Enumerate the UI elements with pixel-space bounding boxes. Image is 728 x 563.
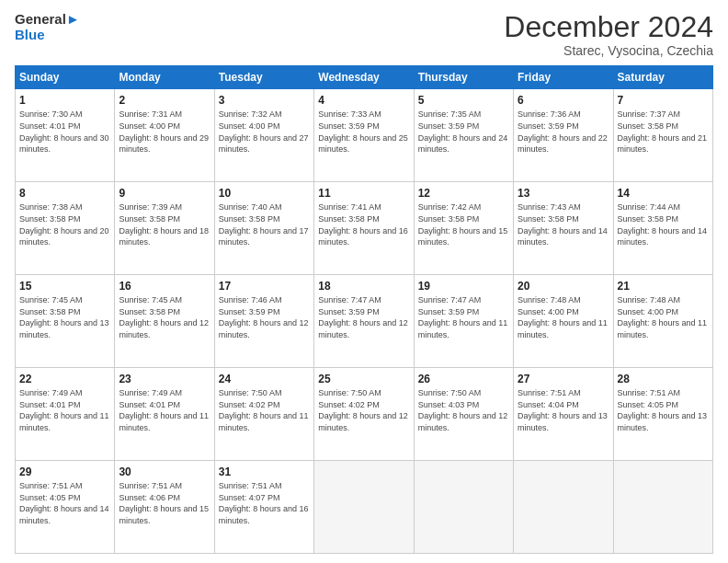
col-saturday: Saturday bbox=[613, 66, 712, 89]
day-number: 30 bbox=[119, 465, 210, 479]
day-info: Sunrise: 7:36 AMSunset: 3:59 PMDaylight:… bbox=[518, 109, 609, 155]
day-info: Sunrise: 7:48 AMSunset: 4:00 PMDaylight:… bbox=[518, 294, 609, 340]
day-number: 25 bbox=[318, 372, 409, 386]
day-info: Sunrise: 7:30 AMSunset: 4:01 PMDaylight:… bbox=[19, 109, 110, 155]
day-number: 17 bbox=[219, 279, 310, 293]
table-row: 27 Sunrise: 7:51 AMSunset: 4:04 PMDaylig… bbox=[514, 368, 613, 461]
table-row: 10 Sunrise: 7:40 AMSunset: 3:58 PMDaylig… bbox=[214, 182, 313, 275]
table-row: 7 Sunrise: 7:37 AMSunset: 3:58 PMDayligh… bbox=[613, 89, 712, 182]
table-row: 12 Sunrise: 7:42 AMSunset: 3:58 PMDaylig… bbox=[414, 182, 513, 275]
day-info: Sunrise: 7:38 AMSunset: 3:58 PMDaylight:… bbox=[19, 201, 110, 247]
calendar-table: Sunday Monday Tuesday Wednesday Thursday… bbox=[15, 65, 713, 554]
day-info: Sunrise: 7:45 AMSunset: 3:58 PMDaylight:… bbox=[19, 294, 110, 340]
day-info: Sunrise: 7:46 AMSunset: 3:59 PMDaylight:… bbox=[219, 294, 310, 340]
table-row: 9 Sunrise: 7:39 AMSunset: 3:58 PMDayligh… bbox=[115, 182, 214, 275]
day-number: 1 bbox=[19, 93, 110, 108]
table-row bbox=[414, 461, 513, 554]
table-row: 8 Sunrise: 7:38 AMSunset: 3:58 PMDayligh… bbox=[16, 182, 115, 275]
table-row: 22 Sunrise: 7:49 AMSunset: 4:01 PMDaylig… bbox=[16, 368, 115, 461]
table-row: 26 Sunrise: 7:50 AMSunset: 4:03 PMDaylig… bbox=[414, 368, 513, 461]
col-wednesday: Wednesday bbox=[314, 66, 414, 89]
day-number: 8 bbox=[19, 186, 110, 201]
day-number: 4 bbox=[318, 93, 409, 108]
day-info: Sunrise: 7:49 AMSunset: 4:01 PMDaylight:… bbox=[19, 387, 110, 433]
calendar-week-row: 15 Sunrise: 7:45 AMSunset: 3:58 PMDaylig… bbox=[16, 275, 713, 368]
table-row bbox=[613, 461, 712, 554]
day-number: 27 bbox=[518, 372, 609, 386]
day-info: Sunrise: 7:51 AMSunset: 4:07 PMDaylight:… bbox=[219, 480, 310, 526]
table-row: 24 Sunrise: 7:50 AMSunset: 4:02 PMDaylig… bbox=[214, 368, 313, 461]
day-info: Sunrise: 7:50 AMSunset: 4:02 PMDaylight:… bbox=[219, 387, 310, 433]
table-row: 20 Sunrise: 7:48 AMSunset: 4:00 PMDaylig… bbox=[514, 275, 613, 368]
calendar-header-row: Sunday Monday Tuesday Wednesday Thursday… bbox=[16, 66, 713, 89]
day-info: Sunrise: 7:37 AMSunset: 3:58 PMDaylight:… bbox=[618, 109, 709, 155]
table-row: 31 Sunrise: 7:51 AMSunset: 4:07 PMDaylig… bbox=[214, 461, 313, 554]
day-number: 14 bbox=[618, 186, 709, 201]
day-number: 20 bbox=[518, 279, 609, 293]
day-number: 9 bbox=[119, 186, 210, 201]
day-number: 2 bbox=[119, 93, 210, 108]
day-number: 15 bbox=[19, 279, 110, 293]
day-info: Sunrise: 7:51 AMSunset: 4:05 PMDaylight:… bbox=[19, 480, 110, 526]
col-tuesday: Tuesday bbox=[214, 66, 313, 89]
table-row: 23 Sunrise: 7:49 AMSunset: 4:01 PMDaylig… bbox=[115, 368, 214, 461]
title-block: December 2024 Starec, Vysocina, Czechia bbox=[504, 11, 713, 58]
day-number: 31 bbox=[219, 465, 310, 479]
table-row: 5 Sunrise: 7:35 AMSunset: 3:59 PMDayligh… bbox=[414, 89, 513, 182]
col-thursday: Thursday bbox=[414, 66, 513, 89]
day-number: 7 bbox=[618, 93, 709, 108]
day-info: Sunrise: 7:41 AMSunset: 3:58 PMDaylight:… bbox=[318, 201, 409, 247]
table-row: 29 Sunrise: 7:51 AMSunset: 4:05 PMDaylig… bbox=[16, 461, 115, 554]
day-number: 29 bbox=[19, 465, 110, 479]
logo: General► Blue bbox=[15, 11, 80, 43]
logo-wordmark: General► Blue bbox=[15, 11, 80, 43]
day-number: 11 bbox=[318, 186, 409, 201]
day-info: Sunrise: 7:50 AMSunset: 4:03 PMDaylight:… bbox=[418, 387, 509, 433]
day-number: 6 bbox=[518, 93, 609, 108]
day-info: Sunrise: 7:35 AMSunset: 3:59 PMDaylight:… bbox=[418, 109, 509, 155]
calendar-week-row: 22 Sunrise: 7:49 AMSunset: 4:01 PMDaylig… bbox=[16, 368, 713, 461]
day-info: Sunrise: 7:42 AMSunset: 3:58 PMDaylight:… bbox=[418, 201, 509, 247]
table-row: 6 Sunrise: 7:36 AMSunset: 3:59 PMDayligh… bbox=[514, 89, 613, 182]
day-info: Sunrise: 7:47 AMSunset: 3:59 PMDaylight:… bbox=[318, 294, 409, 340]
table-row: 28 Sunrise: 7:51 AMSunset: 4:05 PMDaylig… bbox=[613, 368, 712, 461]
day-info: Sunrise: 7:43 AMSunset: 3:58 PMDaylight:… bbox=[518, 201, 609, 247]
header: General► Blue December 2024 Starec, Vyso… bbox=[15, 11, 713, 58]
day-info: Sunrise: 7:33 AMSunset: 3:59 PMDaylight:… bbox=[318, 109, 409, 155]
table-row: 19 Sunrise: 7:47 AMSunset: 3:59 PMDaylig… bbox=[414, 275, 513, 368]
day-number: 16 bbox=[119, 279, 210, 293]
day-info: Sunrise: 7:51 AMSunset: 4:04 PMDaylight:… bbox=[518, 387, 609, 433]
table-row: 1 Sunrise: 7:30 AMSunset: 4:01 PMDayligh… bbox=[16, 89, 115, 182]
day-info: Sunrise: 7:31 AMSunset: 4:00 PMDaylight:… bbox=[119, 109, 210, 155]
table-row: 25 Sunrise: 7:50 AMSunset: 4:02 PMDaylig… bbox=[314, 368, 414, 461]
day-info: Sunrise: 7:45 AMSunset: 3:58 PMDaylight:… bbox=[119, 294, 210, 340]
day-number: 5 bbox=[418, 93, 509, 108]
table-row bbox=[514, 461, 613, 554]
table-row: 17 Sunrise: 7:46 AMSunset: 3:59 PMDaylig… bbox=[214, 275, 313, 368]
day-number: 28 bbox=[618, 372, 709, 386]
location-subtitle: Starec, Vysocina, Czechia bbox=[504, 43, 713, 58]
table-row: 30 Sunrise: 7:51 AMSunset: 4:06 PMDaylig… bbox=[115, 461, 214, 554]
day-number: 12 bbox=[418, 186, 509, 201]
day-number: 18 bbox=[318, 279, 409, 293]
table-row: 18 Sunrise: 7:47 AMSunset: 3:59 PMDaylig… bbox=[314, 275, 414, 368]
day-number: 13 bbox=[518, 186, 609, 201]
day-number: 21 bbox=[618, 279, 709, 293]
day-number: 26 bbox=[418, 372, 509, 386]
table-row: 13 Sunrise: 7:43 AMSunset: 3:58 PMDaylig… bbox=[514, 182, 613, 275]
col-monday: Monday bbox=[115, 66, 214, 89]
day-info: Sunrise: 7:39 AMSunset: 3:58 PMDaylight:… bbox=[119, 201, 210, 247]
calendar-week-row: 29 Sunrise: 7:51 AMSunset: 4:05 PMDaylig… bbox=[16, 461, 713, 554]
table-row: 21 Sunrise: 7:48 AMSunset: 4:00 PMDaylig… bbox=[613, 275, 712, 368]
day-info: Sunrise: 7:32 AMSunset: 4:00 PMDaylight:… bbox=[219, 109, 310, 155]
table-row: 16 Sunrise: 7:45 AMSunset: 3:58 PMDaylig… bbox=[115, 275, 214, 368]
day-number: 19 bbox=[418, 279, 509, 293]
day-info: Sunrise: 7:49 AMSunset: 4:01 PMDaylight:… bbox=[119, 387, 210, 433]
day-info: Sunrise: 7:51 AMSunset: 4:06 PMDaylight:… bbox=[119, 480, 210, 526]
table-row bbox=[314, 461, 414, 554]
day-info: Sunrise: 7:47 AMSunset: 3:59 PMDaylight:… bbox=[418, 294, 509, 340]
table-row: 15 Sunrise: 7:45 AMSunset: 3:58 PMDaylig… bbox=[16, 275, 115, 368]
calendar-week-row: 1 Sunrise: 7:30 AMSunset: 4:01 PMDayligh… bbox=[16, 89, 713, 182]
col-friday: Friday bbox=[514, 66, 613, 89]
day-number: 22 bbox=[19, 372, 110, 386]
